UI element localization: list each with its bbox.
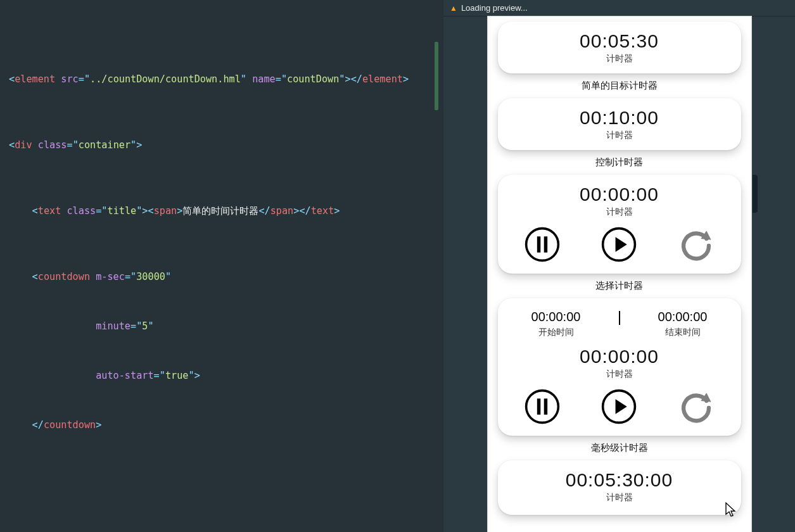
play-icon <box>601 388 637 425</box>
start-time-picker[interactable]: 00:00:00 开始时间 <box>518 310 594 338</box>
pause-icon <box>524 226 561 263</box>
start-time-label: 开始时间 <box>518 327 594 338</box>
preview-header: ▲ Loading preview... <box>443 0 795 16</box>
code-line: auto-start="true"> <box>5 367 443 384</box>
timer-card-target: 00:10:00 计时器 <box>498 98 741 150</box>
pause-icon <box>524 388 561 425</box>
timer-label: 计时器 <box>504 492 735 504</box>
svg-rect-8 <box>544 398 547 414</box>
code-line: <countdown m-sec="30000" <box>5 269 443 285</box>
svg-rect-7 <box>537 398 540 414</box>
timer-value: 00:10:00 <box>504 107 735 129</box>
timer-label: 计时器 <box>504 53 735 65</box>
refresh-icon <box>678 388 715 425</box>
code-line: </countdown> <box>5 417 443 433</box>
timer-card-millisecond: 00:05:30:00 计时器 <box>498 460 741 515</box>
section-title: 毫秒级计时器 <box>498 442 741 454</box>
timer-card-control: 00:00:00 计时器 <box>498 175 741 274</box>
section-title: 简单的目标计时器 <box>498 80 741 92</box>
warning-icon: ▲ <box>450 0 457 16</box>
code-line: <div class="container"> <box>5 137 443 153</box>
timer-value: 00:05:30 <box>504 30 735 52</box>
timer-label: 计时器 <box>504 130 735 141</box>
svg-point-6 <box>526 391 559 423</box>
timer-value: 00:00:00 <box>504 184 735 205</box>
play-icon <box>601 226 637 263</box>
svg-marker-10 <box>616 399 627 414</box>
time-picker-separator <box>619 311 620 325</box>
code-line: <element src="../countDown/countDown.hml… <box>5 71 443 87</box>
play-button[interactable] <box>599 224 639 265</box>
code-line <box>5 483 443 499</box>
section-title: 选择计时器 <box>498 280 741 292</box>
svg-marker-4 <box>616 237 627 252</box>
start-time-value: 00:00:00 <box>518 310 594 324</box>
play-button[interactable] <box>599 386 639 427</box>
timer-label: 计时器 <box>504 206 735 218</box>
svg-rect-2 <box>544 236 547 252</box>
section-title: 控制计时器 <box>498 156 741 168</box>
code-editor[interactable]: <element src="../countDown/countDown.hml… <box>0 0 443 532</box>
timer-label: 计时器 <box>504 369 735 380</box>
reset-button[interactable] <box>676 386 716 427</box>
pause-button[interactable] <box>522 386 563 427</box>
pause-button[interactable] <box>522 224 563 265</box>
reset-button[interactable] <box>676 224 716 265</box>
code-line: minute="5" <box>5 318 443 334</box>
timer-card-select: 00:00:00 开始时间 00:00:00 结束时间 00:00:00 计时器 <box>498 298 741 436</box>
timer-card-simple: 00:05:30 计时器 <box>498 22 741 73</box>
svg-rect-1 <box>537 236 540 252</box>
editor-change-marker <box>435 42 438 110</box>
preview-panel: ▲ Loading preview... 00:05:30 计时器 简单的目标计… <box>443 0 795 532</box>
refresh-icon <box>678 226 715 263</box>
svg-point-0 <box>526 229 559 261</box>
end-time-value: 00:00:00 <box>645 310 721 324</box>
end-time-picker[interactable]: 00:00:00 结束时间 <box>645 310 721 338</box>
timer-value: 00:00:00 <box>504 346 735 367</box>
device-preview: 00:05:30 计时器 简单的目标计时器 00:10:00 计时器 控制计时器… <box>488 16 751 532</box>
preview-loading-text: Loading preview... <box>461 0 528 16</box>
end-time-label: 结束时间 <box>645 327 721 338</box>
code-line: <text class="title"><span>简单的时间计时器</span… <box>5 203 443 219</box>
timer-value: 00:05:30:00 <box>504 469 735 491</box>
